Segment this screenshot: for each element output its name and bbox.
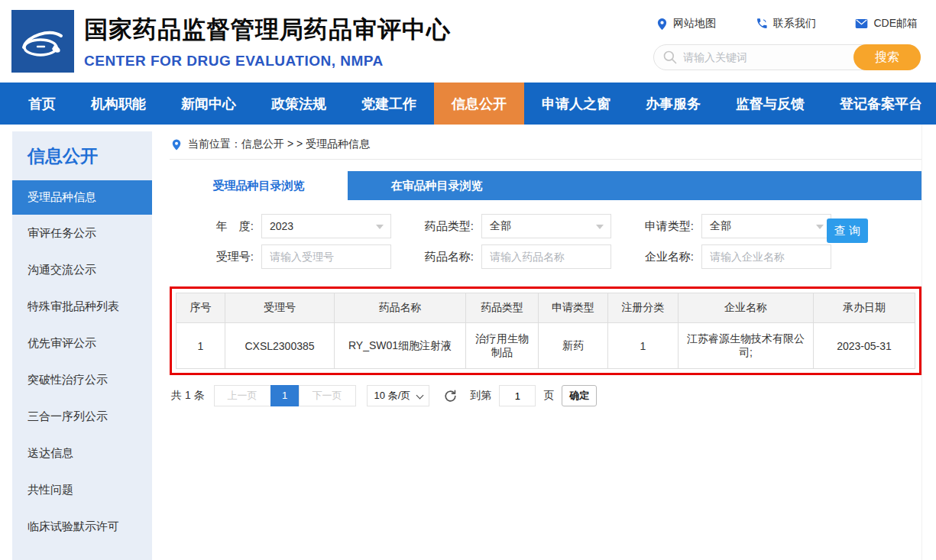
mail-icon <box>855 18 868 29</box>
pager-group: 上一页 1 下一页 <box>214 385 356 406</box>
cell-acceptance-no: CXSL2300385 <box>225 323 335 369</box>
nav-item-registration-platform[interactable]: 登记备案平台 <box>822 83 936 125</box>
col-header-drug-type: 药品类型 <box>466 293 539 323</box>
chevron-down-icon <box>596 225 604 229</box>
annotation-highlight-box: 序号 受理号 药品名称 药品类型 申请类型 注册分类 企业名称 承办日期 1 <box>170 286 921 375</box>
nav-item-supervision[interactable]: 监督与反馈 <box>718 83 822 125</box>
page-number-button[interactable]: 1 <box>270 385 300 406</box>
col-header-registration-class: 注册分类 <box>608 293 679 323</box>
col-header-apply-type: 申请类型 <box>539 293 608 323</box>
filter-row-2: 受理号: 药品名称: 企业名称: <box>193 244 921 270</box>
cell-apply-type: 新药 <box>539 323 608 369</box>
searchbar: 搜索 <box>653 44 921 70</box>
location-pin-icon <box>656 18 668 31</box>
prev-page-button[interactable]: 上一页 <box>214 385 271 406</box>
sitemap-link[interactable]: 网站地图 <box>656 17 716 31</box>
sidebar-item-priority-review[interactable]: 优先审评公示 <box>12 325 152 361</box>
nav-item-applicant-window[interactable]: 申请人之窗 <box>524 83 628 125</box>
nav-item-party[interactable]: 党建工作 <box>344 83 434 125</box>
sidebar-item-accepted-varieties[interactable]: 受理品种信息 <box>12 180 152 215</box>
nav-item-services[interactable]: 办事服务 <box>628 83 718 125</box>
goto-suffix: 页 <box>543 389 554 403</box>
filter-row-1: 年 度: 2023 药品类型: 全部 申请类型: 全部 <box>193 213 921 239</box>
mail-link[interactable]: CDE邮箱 <box>855 17 918 31</box>
site-title-block: 国家药品监督管理局药品审评中心 CENTER FOR DRUG EVALUATI… <box>84 14 451 70</box>
company-input[interactable] <box>701 244 831 269</box>
cell-company: 江苏睿源生物技术有限公司; <box>679 323 814 369</box>
col-header-index: 序号 <box>177 293 225 323</box>
search-icon <box>662 50 678 65</box>
cell-drug-type: 治疗用生物制品 <box>466 323 539 369</box>
cell-registration-class: 1 <box>608 323 679 369</box>
chevron-down-icon <box>416 392 424 400</box>
page: 国家药品监督管理局药品审评中心 CENTER FOR DRUG EVALUATI… <box>0 0 936 560</box>
sidebar-item-special-approval[interactable]: 特殊审批品种列表 <box>12 288 152 325</box>
acceptance-no-input[interactable] <box>261 244 391 269</box>
cell-handle-date: 2023-05-31 <box>814 323 915 369</box>
site-subtitle: CENTER FOR DRUG EVALUATION, NMPA <box>84 53 451 70</box>
year-value: 2023 <box>270 220 293 232</box>
goto-page: 到第 页 确定 <box>470 385 597 406</box>
page-size-value: 10 条/页 <box>374 390 411 401</box>
header-right: 网站地图 联系我们 CDE邮箱 搜索 <box>653 12 921 70</box>
acceptance-no-label: 受理号: <box>193 250 254 264</box>
layout: 信息公开 受理品种信息 审评任务公示 沟通交流公示 特殊审批品种列表 优先审评公… <box>0 125 936 560</box>
tabbar: 受理品种目录浏览 在审品种目录浏览 <box>170 171 921 200</box>
page-size-select[interactable]: 10 条/页 <box>367 385 430 406</box>
sitemap-label: 网站地图 <box>673 17 716 31</box>
apply-type-label: 申请类型: <box>633 219 694 234</box>
next-page-button[interactable]: 下一页 <box>299 385 356 406</box>
total-count: 共 1 条 <box>171 389 205 403</box>
tab-accepted-catalog[interactable]: 受理品种目录浏览 <box>170 171 348 200</box>
col-header-company: 企业名称 <box>679 293 814 323</box>
apply-type-select[interactable]: 全部 <box>701 214 831 238</box>
chevron-down-icon <box>816 225 824 229</box>
nav-item-policy[interactable]: 政策法规 <box>254 83 344 125</box>
sidebar-item-three-in-one[interactable]: 三合一序列公示 <box>12 398 152 435</box>
header: 国家药品监督管理局药品审评中心 CENTER FOR DRUG EVALUATI… <box>0 0 936 83</box>
year-select[interactable]: 2023 <box>261 214 391 238</box>
sidebar-item-clinical-trial-license[interactable]: 临床试验默示许可 <box>12 508 152 545</box>
refresh-button[interactable] <box>443 389 458 403</box>
query-button[interactable]: 查 询 <box>827 218 868 243</box>
company-label: 企业名称: <box>633 250 694 264</box>
year-label: 年 度: <box>193 219 254 234</box>
chevron-down-icon <box>376 225 384 229</box>
nav-item-home[interactable]: 首页 <box>11 83 73 125</box>
sidebar-item-review-tasks[interactable]: 审评任务公示 <box>12 215 152 251</box>
swan-logo-icon <box>19 22 66 60</box>
pagination: 共 1 条 上一页 1 下一页 10 条/页 到第 页 确定 <box>170 385 921 406</box>
sidebar-item-common-issues[interactable]: 共性问题 <box>12 471 152 508</box>
nav-item-info-disclosure[interactable]: 信息公开 <box>434 83 524 125</box>
main-content: 当前位置：信息公开 > > 受理品种信息 受理品种目录浏览 在审品种目录浏览 年… <box>170 125 922 560</box>
goto-prefix: 到第 <box>470 389 491 403</box>
nav-item-functions[interactable]: 机构职能 <box>73 83 164 125</box>
search-button[interactable]: 搜索 <box>853 44 921 70</box>
results-table: 序号 受理号 药品名称 药品类型 申请类型 注册分类 企业名称 承办日期 1 <box>176 293 915 369</box>
filter-panel: 年 度: 2023 药品类型: 全部 申请类型: 全部 受理号: 药品名称: 企… <box>170 200 921 276</box>
confirm-button[interactable]: 确定 <box>562 385 597 406</box>
top-links: 网站地图 联系我们 CDE邮箱 <box>653 12 921 35</box>
phone-icon <box>756 18 768 30</box>
nav-item-news[interactable]: 新闻中心 <box>164 83 254 125</box>
sidebar-item-delivery-info[interactable]: 送达信息 <box>12 435 152 471</box>
location-pin-icon <box>171 138 182 151</box>
col-header-drug-name: 药品名称 <box>335 293 466 323</box>
apply-type-value: 全部 <box>710 219 731 233</box>
col-header-acceptance-no: 受理号 <box>225 293 335 323</box>
table-row: 1 CXSL2300385 RY_SW01细胞注射液 治疗用生物制品 新药 1 … <box>177 323 915 369</box>
cde-logo <box>11 10 74 73</box>
breadcrumb-text: 当前位置：信息公开 > > 受理品种信息 <box>188 138 370 151</box>
drug-name-label: 药品名称: <box>413 250 474 264</box>
sidebar-item-communication[interactable]: 沟通交流公示 <box>12 251 152 288</box>
goto-page-input[interactable] <box>499 385 536 406</box>
drug-type-select[interactable]: 全部 <box>481 214 611 238</box>
sidebar-item-breakthrough-therapy[interactable]: 突破性治疗公示 <box>12 361 152 398</box>
tab-under-review-catalog[interactable]: 在审品种目录浏览 <box>348 171 526 200</box>
table-header-row: 序号 受理号 药品名称 药品类型 申请类型 注册分类 企业名称 承办日期 <box>177 293 915 323</box>
sidebar-title: 信息公开 <box>12 131 152 180</box>
contact-link[interactable]: 联系我们 <box>756 17 816 31</box>
drug-name-input[interactable] <box>481 244 611 269</box>
breadcrumb: 当前位置：信息公开 > > 受理品种信息 <box>170 125 921 160</box>
mail-label: CDE邮箱 <box>873 17 918 31</box>
